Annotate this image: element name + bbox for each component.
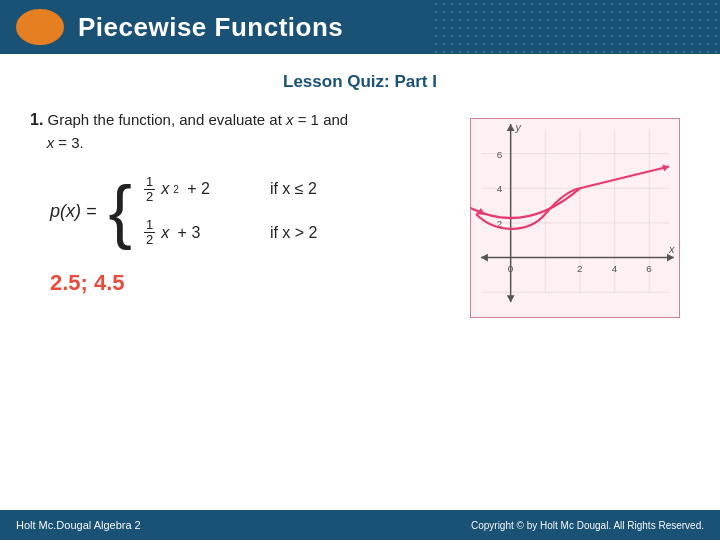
lesson-quiz-label: Lesson Quiz: Part I — [0, 72, 720, 92]
graph-svg: x y 0 2 4 6 4 6 2 — [471, 119, 679, 317]
svg-text:x: x — [668, 243, 675, 255]
op-2: + 3 — [173, 224, 200, 242]
case-expr-1: 1 2 x2 + 2 — [144, 175, 254, 205]
main-content: 1. Graph the function, and evaluate at x… — [0, 108, 720, 318]
frac-num-1: 1 — [144, 175, 155, 190]
case-cond-1: if x ≤ 2 — [270, 180, 317, 198]
cases-container: 1 2 x2 + 2 if x ≤ 2 1 2 — [144, 175, 318, 248]
frac-den-2: 2 — [144, 233, 155, 247]
footer-left: Holt Mc.Dougal Algebra 2 — [16, 519, 141, 531]
op-1: + 2 — [183, 180, 210, 198]
question-number: 1. — [30, 111, 43, 128]
right-panel: x y 0 2 4 6 4 6 2 — [470, 108, 690, 318]
function-name: p(x) = — [50, 201, 97, 222]
exponent-2: 2 — [173, 184, 179, 195]
left-brace: { — [109, 176, 132, 246]
left-panel: 1. Graph the function, and evaluate at x… — [30, 108, 450, 318]
footer: Holt Mc.Dougal Algebra 2 Copyright © by … — [0, 510, 720, 540]
svg-text:0: 0 — [508, 263, 514, 274]
question-text: 1. Graph the function, and evaluate at x… — [30, 108, 450, 155]
case-expr-2: 1 2 x + 3 — [144, 218, 254, 248]
var-x: x — [161, 224, 169, 242]
svg-text:6: 6 — [646, 263, 652, 274]
case-row-1: 1 2 x2 + 2 if x ≤ 2 — [144, 175, 318, 205]
frac-den-1: 2 — [144, 190, 155, 204]
svg-text:4: 4 — [612, 263, 618, 274]
fraction-1: 1 2 — [144, 175, 155, 205]
footer-right: Copyright © by Holt Mc Dougal. All Right… — [471, 520, 704, 531]
answer-value: 2.5; 4.5 — [50, 270, 450, 296]
svg-text:y: y — [515, 121, 522, 133]
case-cond-2: if x > 2 — [270, 224, 318, 242]
fraction-2: 1 2 — [144, 218, 155, 248]
frac-num-2: 1 — [144, 218, 155, 233]
svg-text:4: 4 — [497, 183, 503, 194]
question-body: Graph the function, and evaluate at x = … — [30, 111, 348, 151]
svg-text:6: 6 — [497, 149, 503, 160]
piecewise-function: p(x) = { 1 2 x2 + 2 if x ≤ 2 — [50, 175, 450, 248]
graph-container: x y 0 2 4 6 4 6 2 — [470, 118, 680, 318]
case-row-2: 1 2 x + 3 if x > 2 — [144, 218, 318, 248]
svg-text:2: 2 — [577, 263, 583, 274]
var-x-sq: x — [161, 180, 169, 198]
header-title: Piecewise Functions — [78, 12, 343, 43]
header: Piecewise Functions — [0, 0, 720, 54]
header-oval — [16, 9, 64, 45]
